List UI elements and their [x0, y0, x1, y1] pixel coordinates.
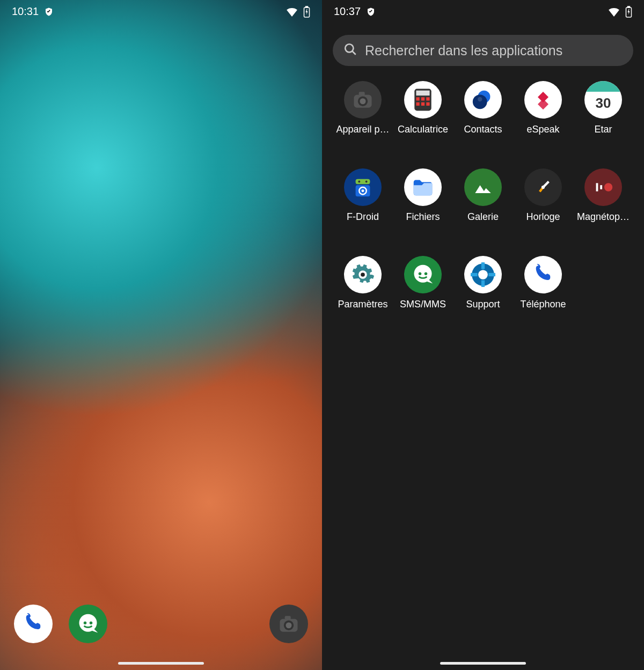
app-label: Paramètres — [338, 299, 387, 310]
app-label: Horloge — [526, 211, 560, 223]
app-camera[interactable]: Appareil p… — [333, 81, 393, 135]
app-label: Téléphone — [520, 299, 566, 310]
app-phone[interactable]: Téléphone — [513, 256, 573, 310]
calendar-icon: 30 — [584, 81, 622, 119]
svg-point-3 — [84, 621, 87, 624]
svg-point-43 — [425, 272, 428, 275]
contacts-icon — [464, 81, 502, 119]
app-label: Contacts — [464, 124, 502, 135]
clock-icon — [524, 168, 562, 206]
app-espeak[interactable]: eSpeak — [513, 81, 573, 135]
app-label: Magnétop… — [577, 211, 630, 223]
svg-rect-49 — [488, 273, 495, 276]
app-label: Galerie — [467, 211, 499, 223]
app-sms[interactable]: SMS/MMS — [393, 256, 453, 310]
app-grid: Appareil p… Calculatrice Contacts eSpeak… — [322, 73, 644, 318]
app-label: Etar — [594, 124, 612, 135]
lifebuoy-icon — [464, 256, 502, 293]
recorder-icon — [584, 168, 622, 206]
status-time: 10:37 — [334, 5, 361, 18]
svg-rect-46 — [481, 262, 485, 269]
svg-point-39 — [604, 183, 612, 191]
search-icon — [343, 42, 357, 58]
app-fdroid[interactable]: F-Droid — [333, 168, 393, 223]
nav-bar-pill[interactable] — [118, 662, 204, 665]
app-etar[interactable]: 30 Etar — [573, 81, 633, 135]
status-time: 10:31 — [12, 5, 39, 18]
app-settings[interactable]: Paramètres — [333, 256, 393, 310]
app-label: Support — [466, 299, 500, 310]
nav-bar-pill[interactable] — [440, 662, 526, 665]
svg-rect-28 — [356, 179, 370, 185]
sms-icon — [404, 256, 442, 293]
svg-rect-22 — [416, 102, 419, 106]
folder-icon — [404, 168, 442, 206]
app-drawer-screen[interactable]: 10:37 Rechercher dans les applications A… — [322, 0, 644, 670]
home-dock — [0, 605, 322, 643]
svg-rect-47 — [481, 280, 485, 287]
svg-point-40 — [361, 273, 365, 277]
app-calculator[interactable]: Calculatrice — [393, 81, 453, 135]
status-bar: 10:37 — [322, 0, 644, 21]
calculator-icon — [404, 81, 442, 119]
app-clock[interactable]: Horloge — [513, 168, 573, 223]
app-label: Calculatrice — [398, 124, 448, 135]
svg-point-36 — [541, 186, 545, 189]
svg-rect-48 — [471, 273, 478, 276]
search-placeholder: Rechercher dans les applications — [365, 43, 562, 58]
phone-icon — [14, 605, 53, 643]
gear-icon — [344, 256, 382, 293]
app-support[interactable]: Support — [453, 256, 513, 310]
espeak-icon — [524, 81, 562, 119]
app-files[interactable]: Fichiers — [393, 168, 453, 223]
sms-icon — [69, 605, 107, 643]
svg-point-11 — [345, 44, 353, 52]
svg-point-26 — [473, 94, 487, 109]
svg-rect-10 — [628, 6, 630, 8]
svg-rect-24 — [426, 102, 429, 106]
shield-icon — [366, 7, 376, 17]
status-bar: 10:31 — [0, 0, 322, 21]
svg-rect-21 — [426, 97, 429, 100]
svg-line-12 — [352, 51, 356, 55]
svg-rect-37 — [596, 183, 598, 191]
battery-charging-icon — [303, 6, 310, 18]
svg-rect-38 — [600, 185, 602, 189]
camera-icon — [269, 605, 308, 643]
fdroid-icon — [344, 168, 382, 206]
phone-icon — [524, 256, 562, 293]
search-input[interactable]: Rechercher dans les applications — [333, 35, 633, 66]
svg-point-42 — [419, 272, 422, 275]
svg-rect-6 — [285, 616, 291, 620]
gallery-icon — [464, 168, 502, 206]
dock-app-phone[interactable] — [14, 605, 53, 643]
shield-icon — [44, 7, 54, 17]
dock-app-sms[interactable] — [69, 605, 107, 643]
wifi-icon — [608, 7, 620, 17]
battery-charging-icon — [625, 6, 632, 18]
svg-point-4 — [90, 621, 93, 624]
svg-rect-20 — [421, 97, 425, 100]
home-screen[interactable]: 10:31 — [0, 0, 322, 670]
dock-app-camera[interactable] — [269, 605, 308, 643]
svg-rect-23 — [421, 102, 425, 106]
svg-rect-18 — [416, 91, 429, 95]
app-label: F-Droid — [347, 211, 379, 223]
svg-point-33 — [362, 189, 364, 192]
app-label: Appareil p… — [336, 124, 389, 135]
svg-point-16 — [360, 98, 366, 104]
app-gallery[interactable]: Galerie — [453, 168, 513, 223]
app-label: SMS/MMS — [400, 299, 446, 310]
svg-point-27 — [478, 97, 482, 101]
svg-point-30 — [365, 181, 368, 183]
camera-icon — [344, 81, 382, 119]
svg-rect-14 — [359, 92, 365, 95]
svg-rect-1 — [306, 6, 308, 8]
app-contacts[interactable]: Contacts — [453, 81, 513, 135]
wifi-icon — [286, 7, 298, 17]
svg-rect-19 — [416, 97, 419, 100]
app-label: eSpeak — [526, 124, 559, 135]
app-label: Fichiers — [406, 211, 440, 223]
svg-point-8 — [286, 622, 292, 628]
app-recorder[interactable]: Magnétop… — [573, 168, 633, 223]
